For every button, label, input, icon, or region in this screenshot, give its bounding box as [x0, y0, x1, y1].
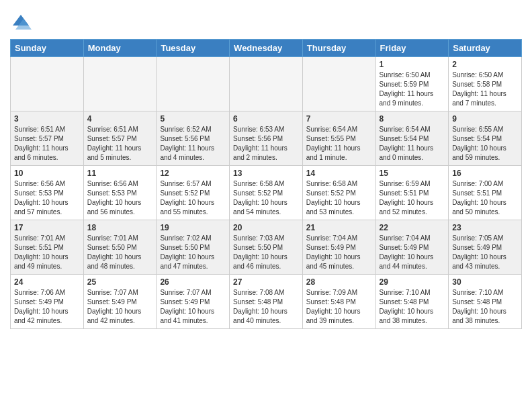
day-number: 1 [380, 60, 445, 69]
calendar-cell [157, 57, 230, 111]
calendar-cell: 28Sunrise: 7:09 AMSunset: 5:48 PMDayligh… [302, 275, 375, 329]
day-info: Sunrise: 6:58 AMSunset: 5:52 PMDaylight:… [233, 179, 299, 217]
weekday-header-friday: Friday [375, 40, 449, 57]
day-info: Sunrise: 7:02 AMSunset: 5:50 PMDaylight:… [160, 234, 226, 271]
day-info: Sunrise: 6:51 AMSunset: 5:57 PMDaylight:… [14, 125, 80, 163]
day-number: 14 [306, 169, 372, 178]
calendar-week-row: 1Sunrise: 6:50 AMSunset: 5:59 PMDaylight… [11, 57, 522, 111]
day-number: 27 [233, 277, 299, 287]
day-info: Sunrise: 7:07 AMSunset: 5:49 PMDaylight:… [160, 288, 226, 326]
day-info: Sunrise: 7:08 AMSunset: 5:48 PMDaylight:… [233, 288, 299, 326]
calendar-cell: 30Sunrise: 7:10 AMSunset: 5:48 PMDayligh… [449, 275, 522, 329]
day-number: 16 [452, 169, 518, 178]
calendar-week-row: 3Sunrise: 6:51 AMSunset: 5:57 PMDaylight… [11, 111, 522, 166]
calendar-cell: 7Sunrise: 6:54 AMSunset: 5:55 PMDaylight… [302, 111, 375, 166]
day-number: 11 [87, 169, 153, 178]
day-info: Sunrise: 6:59 AMSunset: 5:51 PMDaylight:… [380, 179, 445, 217]
day-number: 29 [380, 277, 445, 287]
day-number: 30 [452, 277, 518, 287]
day-info: Sunrise: 7:04 AMSunset: 5:49 PMDaylight:… [306, 234, 372, 271]
day-info: Sunrise: 7:04 AMSunset: 5:49 PMDaylight:… [380, 234, 445, 271]
day-info: Sunrise: 7:05 AMSunset: 5:49 PMDaylight:… [452, 234, 518, 271]
calendar-cell: 8Sunrise: 6:54 AMSunset: 5:54 PMDaylight… [375, 111, 449, 166]
day-number: 12 [160, 169, 226, 178]
calendar-cell: 27Sunrise: 7:08 AMSunset: 5:48 PMDayligh… [230, 275, 303, 329]
calendar-cell: 4Sunrise: 6:51 AMSunset: 5:57 PMDaylight… [83, 111, 157, 166]
day-info: Sunrise: 6:56 AMSunset: 5:53 PMDaylight:… [87, 179, 153, 217]
day-info: Sunrise: 7:03 AMSunset: 5:50 PMDaylight:… [233, 234, 299, 271]
calendar-cell: 18Sunrise: 7:01 AMSunset: 5:50 PMDayligh… [83, 220, 157, 275]
day-number: 15 [380, 169, 445, 178]
weekday-header-tuesday: Tuesday [157, 40, 230, 57]
day-info: Sunrise: 6:55 AMSunset: 5:54 PMDaylight:… [452, 125, 518, 163]
page: SundayMondayTuesdayWednesdayThursdayFrid… [0, 0, 532, 339]
day-number: 17 [14, 223, 80, 232]
day-number: 23 [452, 223, 518, 232]
calendar-cell: 25Sunrise: 7:07 AMSunset: 5:49 PMDayligh… [83, 275, 157, 329]
day-info: Sunrise: 7:10 AMSunset: 5:48 PMDaylight:… [380, 288, 445, 326]
day-info: Sunrise: 6:54 AMSunset: 5:54 PMDaylight:… [380, 125, 445, 163]
day-number: 7 [306, 114, 372, 124]
day-info: Sunrise: 7:06 AMSunset: 5:49 PMDaylight:… [14, 288, 80, 326]
calendar-week-row: 10Sunrise: 6:56 AMSunset: 5:53 PMDayligh… [11, 166, 522, 220]
day-info: Sunrise: 7:01 AMSunset: 5:50 PMDaylight:… [87, 234, 153, 271]
day-info: Sunrise: 6:58 AMSunset: 5:52 PMDaylight:… [306, 179, 372, 217]
calendar-cell: 10Sunrise: 6:56 AMSunset: 5:53 PMDayligh… [11, 166, 84, 220]
calendar-cell: 16Sunrise: 7:00 AMSunset: 5:51 PMDayligh… [449, 166, 522, 220]
day-number: 19 [160, 223, 226, 232]
calendar: SundayMondayTuesdayWednesdayThursdayFrid… [10, 39, 522, 329]
calendar-cell [302, 57, 375, 111]
day-info: Sunrise: 7:10 AMSunset: 5:48 PMDaylight:… [452, 288, 518, 326]
header [10, 7, 522, 34]
calendar-cell: 12Sunrise: 6:57 AMSunset: 5:52 PMDayligh… [157, 166, 230, 220]
day-number: 24 [14, 277, 80, 287]
day-number: 5 [160, 114, 226, 124]
day-number: 28 [306, 277, 372, 287]
calendar-cell [230, 57, 303, 111]
calendar-week-row: 24Sunrise: 7:06 AMSunset: 5:49 PMDayligh… [11, 275, 522, 329]
calendar-cell: 26Sunrise: 7:07 AMSunset: 5:49 PMDayligh… [157, 275, 230, 329]
weekday-header-wednesday: Wednesday [230, 40, 303, 57]
calendar-cell: 21Sunrise: 7:04 AMSunset: 5:49 PMDayligh… [302, 220, 375, 275]
calendar-cell: 17Sunrise: 7:01 AMSunset: 5:51 PMDayligh… [11, 220, 84, 275]
day-info: Sunrise: 6:51 AMSunset: 5:57 PMDaylight:… [87, 125, 153, 163]
day-number: 18 [87, 223, 153, 232]
weekday-header-monday: Monday [83, 40, 157, 57]
day-number: 8 [380, 114, 445, 124]
day-number: 22 [380, 223, 445, 232]
calendar-week-row: 17Sunrise: 7:01 AMSunset: 5:51 PMDayligh… [11, 220, 522, 275]
day-info: Sunrise: 6:57 AMSunset: 5:52 PMDaylight:… [160, 179, 226, 217]
day-info: Sunrise: 6:54 AMSunset: 5:55 PMDaylight:… [306, 125, 372, 163]
calendar-cell: 19Sunrise: 7:02 AMSunset: 5:50 PMDayligh… [157, 220, 230, 275]
logo-icon [10, 12, 32, 34]
day-number: 25 [87, 277, 153, 287]
day-number: 21 [306, 223, 372, 232]
day-info: Sunrise: 6:52 AMSunset: 5:56 PMDaylight:… [160, 125, 226, 163]
weekday-header-row: SundayMondayTuesdayWednesdayThursdayFrid… [11, 40, 522, 57]
calendar-cell: 22Sunrise: 7:04 AMSunset: 5:49 PMDayligh… [375, 220, 449, 275]
calendar-header: SundayMondayTuesdayWednesdayThursdayFrid… [11, 40, 522, 57]
calendar-cell: 9Sunrise: 6:55 AMSunset: 5:54 PMDaylight… [449, 111, 522, 166]
calendar-body: 1Sunrise: 6:50 AMSunset: 5:59 PMDaylight… [11, 57, 522, 329]
calendar-cell: 2Sunrise: 6:50 AMSunset: 5:58 PMDaylight… [449, 57, 522, 111]
day-number: 2 [452, 60, 518, 69]
day-info: Sunrise: 7:00 AMSunset: 5:51 PMDaylight:… [452, 179, 518, 217]
calendar-cell: 6Sunrise: 6:53 AMSunset: 5:56 PMDaylight… [230, 111, 303, 166]
day-number: 10 [14, 169, 80, 178]
calendar-cell: 3Sunrise: 6:51 AMSunset: 5:57 PMDaylight… [11, 111, 84, 166]
calendar-cell: 14Sunrise: 6:58 AMSunset: 5:52 PMDayligh… [302, 166, 375, 220]
day-info: Sunrise: 7:09 AMSunset: 5:48 PMDaylight:… [306, 288, 372, 326]
day-number: 26 [160, 277, 226, 287]
calendar-cell: 29Sunrise: 7:10 AMSunset: 5:48 PMDayligh… [375, 275, 449, 329]
calendar-cell: 24Sunrise: 7:06 AMSunset: 5:49 PMDayligh… [11, 275, 84, 329]
weekday-header-thursday: Thursday [302, 40, 375, 57]
day-info: Sunrise: 7:07 AMSunset: 5:49 PMDaylight:… [87, 288, 153, 326]
day-number: 6 [233, 114, 299, 124]
calendar-cell: 20Sunrise: 7:03 AMSunset: 5:50 PMDayligh… [230, 220, 303, 275]
calendar-cell: 23Sunrise: 7:05 AMSunset: 5:49 PMDayligh… [449, 220, 522, 275]
calendar-cell: 1Sunrise: 6:50 AMSunset: 5:59 PMDaylight… [375, 57, 449, 111]
day-info: Sunrise: 6:53 AMSunset: 5:56 PMDaylight:… [233, 125, 299, 163]
calendar-cell [83, 57, 157, 111]
day-number: 3 [14, 114, 80, 124]
day-number: 20 [233, 223, 299, 232]
